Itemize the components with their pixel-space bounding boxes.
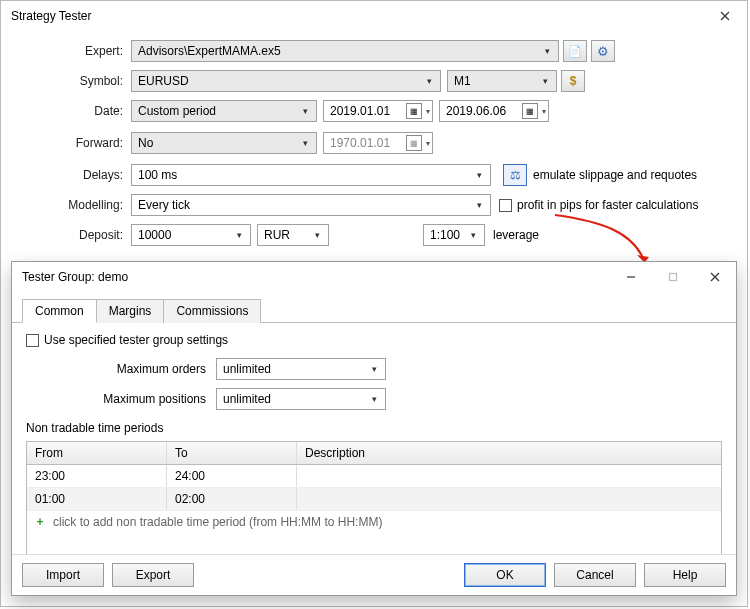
ok-button[interactable]: OK bbox=[464, 563, 546, 587]
plus-icon: + bbox=[33, 515, 47, 529]
grid-header-desc: Description bbox=[297, 442, 721, 464]
dialog-close-button[interactable] bbox=[694, 262, 736, 292]
chevron-down-icon: ▾ bbox=[464, 226, 482, 244]
forward-date-input[interactable]: 1970.01.01 ▦ ▾ bbox=[323, 132, 433, 154]
open-file-button[interactable] bbox=[563, 40, 587, 62]
close-icon bbox=[720, 11, 730, 21]
emulate-label: emulate slippage and requotes bbox=[533, 168, 697, 182]
emulate-settings-button[interactable] bbox=[503, 164, 527, 186]
chevron-down-icon: ▾ bbox=[420, 72, 438, 90]
chevron-down-icon: ▾ bbox=[470, 166, 488, 184]
date-to-input[interactable]: 2019.06.06 ▦ ▾ bbox=[439, 100, 549, 122]
chevron-down-icon: ▾ bbox=[426, 139, 430, 148]
use-specified-label: Use specified tester group settings bbox=[44, 333, 228, 347]
calendar-icon: ▦ bbox=[522, 103, 538, 119]
close-icon bbox=[710, 272, 720, 282]
profit-in-pips-label: profit in pips for faster calculations bbox=[517, 198, 698, 212]
strategy-tester-titlebar: Strategy Tester bbox=[1, 1, 747, 31]
strategy-tester-window: Strategy Tester Expert: Advisors\ExpertM… bbox=[0, 0, 748, 607]
file-icon bbox=[568, 44, 582, 58]
table-row[interactable]: 01:00 02:00 bbox=[27, 488, 721, 511]
date-label: Date: bbox=[11, 104, 131, 118]
export-button[interactable]: Export bbox=[112, 563, 194, 587]
forward-label: Forward: bbox=[11, 136, 131, 150]
calendar-icon: ▦ bbox=[406, 103, 422, 119]
use-specified-checkbox[interactable] bbox=[26, 334, 39, 347]
chevron-down-icon: ▾ bbox=[230, 226, 248, 244]
delays-label: Delays: bbox=[11, 168, 131, 182]
chevron-down-icon: ▾ bbox=[308, 226, 326, 244]
calendar-icon: ▦ bbox=[406, 135, 422, 151]
dollar-icon bbox=[570, 74, 577, 88]
maximize-button bbox=[652, 262, 694, 292]
dialog-titlebar: Tester Group: demo bbox=[12, 262, 736, 292]
expert-label: Expert: bbox=[11, 44, 131, 58]
chevron-down-icon: ▾ bbox=[296, 102, 314, 120]
date-mode-select[interactable]: Custom period ▾ bbox=[131, 100, 317, 122]
maximize-icon bbox=[668, 272, 678, 282]
dialog-tabs: Common Margins Commissions bbox=[12, 292, 736, 323]
symbol-label: Symbol: bbox=[11, 74, 131, 88]
chevron-down-icon: ▾ bbox=[365, 360, 383, 378]
tester-group-dialog: Tester Group: demo Common Margins Commis… bbox=[11, 261, 737, 596]
chevron-down-icon: ▾ bbox=[365, 390, 383, 408]
minimize-icon bbox=[626, 272, 636, 282]
svg-rect-0 bbox=[670, 274, 677, 281]
strategy-tester-title: Strategy Tester bbox=[11, 9, 91, 23]
grid-header-from: From bbox=[27, 442, 167, 464]
cancel-button[interactable]: Cancel bbox=[554, 563, 636, 587]
symbol-properties-button[interactable] bbox=[561, 70, 585, 92]
chevron-down-icon: ▾ bbox=[538, 42, 556, 60]
import-button[interactable]: Import bbox=[22, 563, 104, 587]
max-positions-select[interactable]: unlimited ▾ bbox=[216, 388, 386, 410]
chevron-down-icon: ▾ bbox=[296, 134, 314, 152]
forward-mode-select[interactable]: No ▾ bbox=[131, 132, 317, 154]
modelling-label: Modelling: bbox=[11, 198, 131, 212]
dialog-footer: Import Export OK Cancel Help bbox=[12, 554, 736, 595]
chevron-down-icon: ▾ bbox=[470, 196, 488, 214]
grid-header-to: To bbox=[167, 442, 297, 464]
tab-margins[interactable]: Margins bbox=[96, 299, 165, 323]
sliders-icon bbox=[510, 168, 521, 182]
leverage-label: leverage bbox=[493, 228, 539, 242]
help-button[interactable]: Help bbox=[644, 563, 726, 587]
profit-in-pips-checkbox[interactable] bbox=[499, 199, 512, 212]
chevron-down-icon: ▾ bbox=[536, 72, 554, 90]
expert-settings-button[interactable] bbox=[591, 40, 615, 62]
non-tradable-title: Non tradable time periods bbox=[26, 421, 722, 435]
timeframe-select[interactable]: M1 ▾ bbox=[447, 70, 557, 92]
deposit-currency-select[interactable]: RUR ▾ bbox=[257, 224, 329, 246]
date-from-input[interactable]: 2019.01.01 ▦ ▾ bbox=[323, 100, 433, 122]
tab-common[interactable]: Common bbox=[22, 299, 97, 323]
tab-commissions[interactable]: Commissions bbox=[163, 299, 261, 323]
modelling-select[interactable]: Every tick ▾ bbox=[131, 194, 491, 216]
non-tradable-grid: From To Description 23:00 24:00 01:00 02… bbox=[26, 441, 722, 554]
gear-icon bbox=[597, 44, 609, 59]
deposit-label: Deposit: bbox=[11, 228, 131, 242]
max-orders-select[interactable]: unlimited ▾ bbox=[216, 358, 386, 380]
max-positions-label: Maximum positions bbox=[66, 392, 216, 406]
expert-select[interactable]: Advisors\ExpertMAMA.ex5 ▾ bbox=[131, 40, 559, 62]
dialog-title: Tester Group: demo bbox=[22, 270, 128, 284]
minimize-button[interactable] bbox=[610, 262, 652, 292]
max-orders-label: Maximum orders bbox=[66, 362, 216, 376]
deposit-amount-select[interactable]: 10000 ▾ bbox=[131, 224, 251, 246]
grid-header: From To Description bbox=[27, 442, 721, 465]
add-time-period-row[interactable]: + click to add non tradable time period … bbox=[27, 511, 721, 533]
form-area: Expert: Advisors\ExpertMAMA.ex5 ▾ Symbol… bbox=[1, 31, 747, 259]
leverage-select[interactable]: 1:100 ▾ bbox=[423, 224, 485, 246]
table-row[interactable]: 23:00 24:00 bbox=[27, 465, 721, 488]
delays-select[interactable]: 100 ms ▾ bbox=[131, 164, 491, 186]
dialog-body: Use specified tester group settings Maxi… bbox=[12, 323, 736, 554]
chevron-down-icon: ▾ bbox=[426, 107, 430, 116]
symbol-select[interactable]: EURUSD ▾ bbox=[131, 70, 441, 92]
chevron-down-icon: ▾ bbox=[542, 107, 546, 116]
close-button[interactable] bbox=[702, 1, 747, 31]
